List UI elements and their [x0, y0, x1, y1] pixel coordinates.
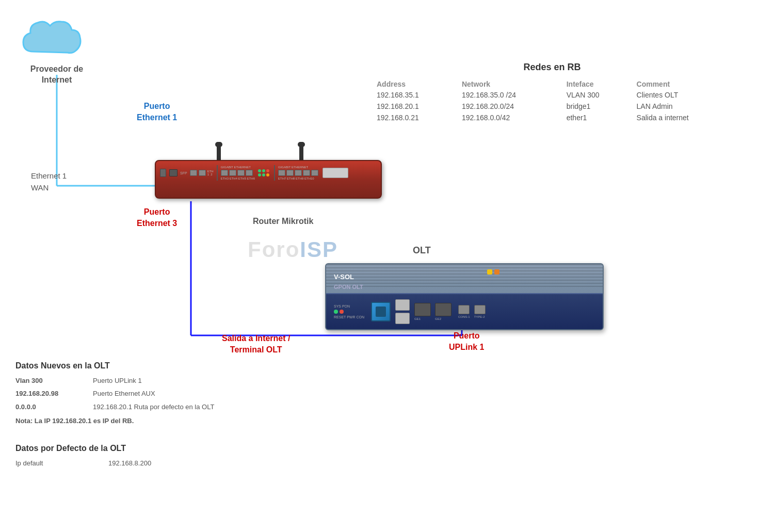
router-eth-port-2	[199, 170, 206, 176]
router-label: Router Mikrotik	[253, 217, 313, 226]
foroISP-watermark: ForoISP	[248, 237, 338, 262]
router-gbe2-port-4	[303, 170, 310, 176]
datos-defecto-section: Datos por Defecto de la OLT Ip default19…	[15, 444, 273, 469]
router-led-2	[262, 169, 265, 172]
cloud-isp: .cloud-path { fill: #87CEEB; stroke: #5b…	[15, 15, 98, 86]
olt-small-port-1	[458, 305, 470, 314]
datos-nuevos-title: Datos Nuevos en la OLT	[15, 361, 273, 370]
col-header-network: Network	[457, 79, 561, 89]
cell-network: 192.168.35.0 /24	[457, 89, 561, 101]
olt-left-controls: SYS PON RESET PWR CON	[334, 304, 364, 319]
router-gbe2-port-5	[311, 170, 318, 176]
olt-title-label: OLT	[413, 245, 431, 256]
olt-type-ports: TYPE-2	[474, 305, 486, 318]
router-body: SFP ETH1 2 GIGABIT ETHERNET ETH3 ETH4 ET…	[155, 160, 382, 199]
router-sfp-port	[169, 169, 178, 176]
list-item: Ip default192.168.8.200	[15, 457, 273, 469]
puerto-uplink-label: Puerto UPLink 1	[449, 330, 484, 353]
olt-rj45-port-2	[395, 313, 410, 324]
router-gbe-port-4	[246, 170, 253, 176]
redes-rb-title: Redes en RB	[372, 62, 733, 73]
router-mikrotik: SFP ETH1 2 GIGABIT ETHERNET ETH3 ETH4 ET…	[139, 144, 387, 201]
router-led-5	[262, 173, 265, 176]
router-usb-port	[160, 169, 166, 177]
olt-vents	[326, 264, 603, 293]
olt-sfp2-ports: GE2	[435, 303, 452, 320]
cell-comment: LAN Admin	[632, 101, 733, 112]
redes-rb-table: Address Network Inteface Comment 192.168…	[372, 79, 733, 123]
cell-address: 192.168.20.1	[372, 101, 457, 112]
datos-nuevos-nota: Nota: La IP 192.168.20.1 es IP del RB.	[15, 415, 273, 427]
olt-uplink-ports	[395, 299, 410, 325]
datos-defecto-rows: Ip default192.168.8.200	[15, 457, 273, 469]
eth1-wan-label: Ethernet 1 WAN	[31, 170, 67, 194]
puerto-eth3-label: Puerto Ethernet 3	[137, 206, 177, 230]
olt-small-ports: CONS-1	[458, 305, 470, 318]
router-gbe-port-2	[229, 170, 236, 176]
olt-type-port-1	[474, 305, 486, 314]
router-eth-port-1	[190, 170, 197, 176]
datos-nuevos-section: Datos Nuevos en la OLT Vlan 300Puerto UP…	[15, 361, 273, 427]
router-gbe-port-1	[221, 170, 228, 176]
router-gbe2-port-3	[295, 170, 302, 176]
salida-internet-label: Salida a Internet / Terminal OLT	[222, 333, 290, 356]
olt-sfp-port-1	[414, 303, 431, 316]
table-row: 192.168.0.21192.168.0.0/42ether1Salida a…	[372, 112, 733, 123]
list-item: 192.168.20.98Puerto Ethernet AUX	[15, 388, 273, 399]
list-item: 0.0.0.0192.168.20.1 Ruta por defecto en …	[15, 401, 273, 413]
olt-indicators	[487, 269, 499, 275]
cell-address: 192.168.35.1	[372, 89, 457, 101]
datos-defecto-title: Datos por Defecto de la OLT	[15, 444, 273, 453]
router-led-1	[258, 169, 261, 172]
olt-pon-port-1	[371, 302, 391, 321]
col-header-address: Address	[372, 79, 457, 89]
cell-interface: ether1	[561, 112, 632, 123]
olt-indicator-2	[494, 269, 499, 275]
router-gbe-port-3	[237, 170, 245, 176]
cell-network: 192.168.0.0/42	[457, 112, 561, 123]
cloud-icon: .cloud-path { fill: #87CEEB; stroke: #5b…	[18, 15, 95, 67]
list-item: Vlan 300Puerto UPLink 1	[15, 375, 273, 386]
cloud-label: Proveedor de Internet	[15, 64, 98, 86]
puerto-eth1-label: Puerto Ethernet 1	[137, 101, 177, 124]
olt-front-panel: SYS PON RESET PWR CON	[326, 293, 603, 329]
router-led-3	[266, 169, 269, 172]
router-led-4	[258, 173, 261, 176]
router-gbe2-port-2	[286, 170, 294, 176]
cell-comment: Clientes OLT	[632, 89, 733, 101]
col-header-interface: Inteface	[561, 79, 632, 89]
router-gbe2-port-1	[278, 170, 285, 176]
cell-interface: VLAN 300	[561, 89, 632, 101]
olt-body: V-SOL GPON OLT SYS PON RESET PWR CON	[325, 263, 604, 330]
cell-address: 192.168.0.21	[372, 112, 457, 123]
cell-interface: bridge1	[561, 101, 632, 112]
olt-sfp-port-2	[435, 303, 452, 316]
router-display	[322, 168, 348, 178]
cell-comment: Salida a internet	[632, 112, 733, 123]
table-row: 192.168.20.1192.168.20.0/24bridge1LAN Ad…	[372, 101, 733, 112]
olt-sfp-ports: GE1	[414, 303, 431, 320]
olt-indicator-1	[487, 269, 492, 275]
diagram-container: .cloud-path { fill: #87CEEB; stroke: #5b…	[0, 0, 774, 532]
olt-rj45-port-1	[395, 299, 410, 311]
redes-rb-section: Redes en RB Address Network Inteface Com…	[372, 62, 733, 123]
datos-nuevos-rows: Vlan 300Puerto UPLink 1192.168.20.98Puer…	[15, 375, 273, 413]
col-header-comment: Comment	[632, 79, 733, 89]
cell-network: 192.168.20.0/24	[457, 101, 561, 112]
table-row: 192.168.35.1192.168.35.0 /24VLAN 300Clie…	[372, 89, 733, 101]
router-led-6	[266, 173, 269, 176]
olt-label-panel: V-SOL GPON OLT	[334, 272, 363, 292]
